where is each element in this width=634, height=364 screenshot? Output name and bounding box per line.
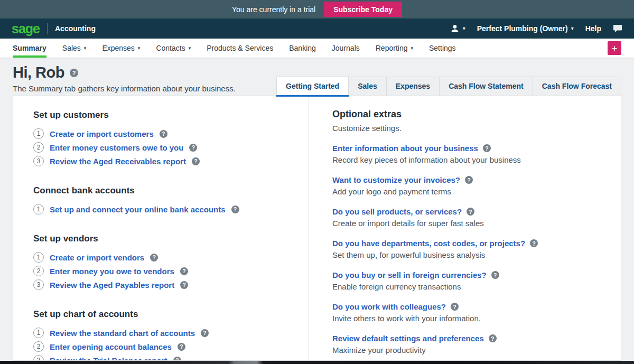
setup-step: 2Enter money you owe to vendors? [33,264,309,278]
page-title: Hi, Rob [13,64,64,81]
optional-extra-item: Do you work with colleagues??Invite othe… [332,302,600,323]
optional-extra-link[interactable]: Do you buy or sell in foreign currencies… [332,270,487,279]
optional-extra-link[interactable]: Do you work with colleagues? [332,302,446,311]
help-icon[interactable]: ? [180,267,188,275]
setup-step-link[interactable]: Create or import vendors [50,253,144,262]
tab-sales[interactable]: Sales [348,77,386,96]
help-icon[interactable]: ? [173,357,181,361]
help-icon[interactable]: ? [465,176,473,184]
setup-step: 3Review the Aged Receivables report? [33,154,309,168]
help-icon[interactable]: ? [189,144,197,152]
help-icon[interactable]: ? [160,130,167,138]
step-number-icon: 1 [33,128,44,139]
nav-item-sales[interactable]: Sales▾ [62,39,87,58]
step-number-icon: 3 [33,156,44,166]
setup-step-link[interactable]: Create or import customers [50,129,154,138]
optional-extra-item: Enter information about your business?Re… [332,144,600,164]
logo-divider [47,23,48,34]
tab-cash-flow-statement[interactable]: Cash Flow Statement [439,77,533,96]
optional-extra-link[interactable]: Do you have departments, cost codes, or … [332,239,525,248]
nav-item-summary[interactable]: Summary [13,39,46,58]
help-icon[interactable]: ? [530,239,538,247]
help-icon[interactable]: ? [178,343,185,351]
section-title: Set up vendors [33,234,309,244]
setup-column: Set up customers1Create or import custom… [13,96,309,360]
optional-extra-desc: Add your logo and payment terms [332,187,600,196]
step-number-icon: 2 [33,266,44,276]
optional-extra-link-row: Want to customize your invoices?? [332,175,600,184]
optional-extra-link[interactable]: Review default settings and preferences [332,334,484,343]
sage-logo[interactable]: sage [12,22,40,35]
setup-section-set-up-chart-of-accounts: Set up chart of accounts1Review the stan… [33,309,309,361]
optional-extra-link[interactable]: Enter information about your business [332,144,478,153]
chat-icon[interactable] [613,24,622,33]
setup-step-link[interactable]: Review the Aged Payables report [50,281,174,290]
setup-step-link[interactable]: Review the standard chart of accounts [50,329,195,338]
nav-item-label: Products & Services [207,44,273,52]
help-icon[interactable]: ? [467,208,474,216]
setup-section-set-up-vendors: Set up vendors1Create or import vendors?… [33,234,309,292]
setup-section-set-up-customers: Set up customers1Create or import custom… [33,110,309,168]
setup-step-link[interactable]: Set up and connect your online bank acco… [50,205,226,214]
user-menu[interactable]: ▾ [450,24,465,33]
nav-item-products-services[interactable]: Products & Services [207,39,273,58]
add-button[interactable]: + [608,41,621,55]
optional-extra-desc: Create or import details for super fast … [332,219,600,228]
help-icon[interactable]: ? [180,281,188,289]
step-number-icon: 3 [33,279,44,290]
optional-extra-desc: Set them up, for powerful business analy… [332,250,600,259]
optional-extra-link[interactable]: Do you sell products, or services? [332,207,462,216]
help-link[interactable]: Help [585,24,601,33]
step-number-icon: 1 [33,252,44,263]
step-number-icon: 1 [33,328,44,338]
help-icon[interactable]: ? [201,329,209,337]
help-icon[interactable]: ? [483,144,491,152]
optional-extra-link-row: Do you work with colleagues?? [332,302,600,311]
help-icon[interactable]: ? [489,334,497,342]
optional-extra-link-row: Enter information about your business? [332,144,600,153]
step-number-icon: 2 [33,341,44,352]
nav-item-banking[interactable]: Banking [289,39,316,58]
optional-extras-subtitle: Customize settings. [332,124,600,133]
section-title: Set up chart of accounts [33,309,309,320]
nav-item-reporting[interactable]: Reporting▾ [376,39,413,58]
help-icon[interactable]: ? [70,69,78,77]
optional-extra-link[interactable]: Want to customize your invoices? [332,175,460,184]
setup-step-link[interactable]: Enter opening account balances [50,342,172,351]
help-icon[interactable]: ? [150,254,158,262]
setup-step-link[interactable]: Review the Trial Balance report [50,356,167,361]
chevron-down-icon: ▾ [189,46,191,51]
subscribe-button[interactable]: Subscribe Today [324,2,402,17]
app-header: sage Accounting ▾ Perfect Plumbing (Owne… [0,18,634,39]
optional-extra-desc: Maximize your productivity [332,346,600,354]
optional-extra-link-row: Review default settings and preferences? [332,334,600,343]
help-icon[interactable]: ? [192,157,200,165]
nav-item-label: Summary [13,44,46,52]
setup-section-connect-bank-accounts: Connect bank accounts1Set up and connect… [33,185,309,216]
setup-step-link[interactable]: Enter money you owe to vendors [50,267,174,276]
optional-extras-title: Optional extras [332,109,600,120]
tab-getting-started[interactable]: Getting Started [276,77,348,96]
setup-step: 1Create or import customers? [33,127,309,141]
nav-item-settings[interactable]: Settings [429,39,456,58]
help-icon[interactable]: ? [491,271,499,279]
trial-banner: You are currently in a trial Subscribe T… [0,0,634,18]
setup-step-link[interactable]: Enter money customers owe to you [50,143,183,152]
help-icon[interactable]: ? [451,303,459,311]
tab-expenses[interactable]: Expenses [386,77,439,96]
setup-step: 3Review the Trial Balance report? [33,353,309,361]
setup-step-link[interactable]: Review the Aged Receivables report [50,157,186,166]
optional-extra-desc: Invite others to work with your informat… [332,314,600,323]
header-actions: ▾ Perfect Plumbing (Owner) ▾ Help [450,24,622,33]
main-content: Hi, Rob ? The Summary tab gathers key in… [0,58,634,361]
nav-item-expenses[interactable]: Expenses▾ [102,39,140,58]
company-menu[interactable]: Perfect Plumbing (Owner) ▾ [477,24,574,33]
setup-step: 3Review the Aged Payables report? [33,278,309,292]
setup-step: 1Set up and connect your online bank acc… [33,202,309,216]
nav-item-journals[interactable]: Journals [332,39,360,58]
help-icon[interactable]: ? [231,206,239,213]
chevron-down-icon: ▾ [463,26,465,31]
nav-item-contacts[interactable]: Contacts▾ [156,39,191,58]
optional-extra-link-row: Do you sell products, or services?? [332,207,600,216]
tab-cash-flow-forecast[interactable]: Cash Flow Forecast [533,77,621,96]
